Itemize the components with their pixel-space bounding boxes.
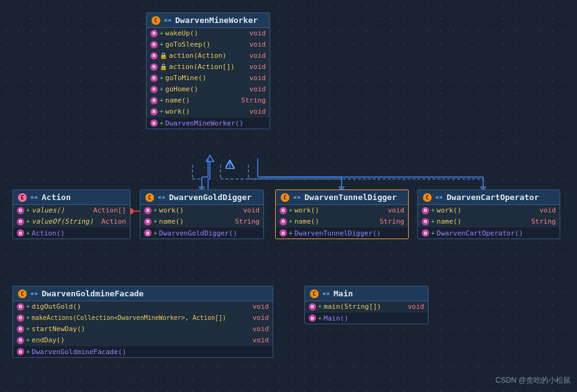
method-type: String — [531, 217, 556, 226]
method-icon: m — [150, 41, 158, 48]
method-icon: m — [150, 97, 158, 104]
method-row: m + goHome() void — [147, 84, 270, 95]
method-row: m + valueOf(String) Action — [13, 216, 130, 227]
method-row: m + startNewDay() void — [13, 324, 273, 335]
class-title-dwarven-tunnel-digger: C «» DwarvenTunnelDigger — [276, 190, 408, 205]
method-icon: m — [422, 229, 429, 237]
method-type: Action — [101, 217, 126, 226]
constructor-row: m + DwarvenCartOperator() — [418, 227, 560, 239]
method-name: digOutGold() — [32, 303, 250, 311]
method-row: m + work() void — [140, 205, 263, 216]
method-row: m 🔒 action(Action[]) void — [147, 62, 270, 73]
class-title-dwarven-cart-operator: C «» DwarvenCartOperator — [418, 190, 560, 205]
method-name: goHome() — [165, 85, 247, 93]
method-icon: m — [144, 229, 152, 237]
class-title-dwarven-goldmine-facade: C «» DwarvenGoldmineFacade — [13, 286, 273, 301]
class-title-dwarven-mine-worker: C «» DwarvenMineWorker — [147, 13, 270, 28]
method-icon: m — [150, 86, 158, 93]
method-icon: m — [17, 314, 24, 322]
constructor-row: m + Main() — [305, 312, 428, 324]
method-row: m + main(String[]) void — [305, 301, 428, 312]
method-row: m + work() void — [147, 106, 270, 117]
method-type: void — [253, 314, 270, 322]
class-name: DwarvenMineWorker — [175, 16, 258, 25]
method-icon: m — [150, 108, 158, 116]
method-type: void — [253, 303, 270, 311]
method-name: work() — [165, 107, 247, 116]
method-name: name() — [437, 217, 529, 226]
method-name: values() — [32, 206, 91, 214]
class-name: DwarvenGoldmineFacade — [42, 289, 143, 298]
stereotype-label: «» — [293, 194, 301, 201]
class-icon-c: C — [18, 289, 27, 298]
constructor-row: m + DwarvenMineWorker() — [147, 117, 270, 129]
method-row: m + endDay() void — [13, 335, 273, 346]
class-icon-c: C — [423, 193, 432, 202]
method-row: m + work() void — [276, 205, 408, 216]
method-type: void — [250, 63, 266, 71]
stereotype-label: «» — [158, 194, 165, 201]
class-dwarven-goldmine-facade: C «» DwarvenGoldmineFacade m + digOutGol… — [12, 286, 273, 358]
constructor-row: m + DwarvenGoldDigger() — [140, 227, 263, 239]
method-name: endDay() — [32, 336, 250, 344]
method-type: void — [243, 206, 260, 214]
constructor-name: DwarvenTunnelDigger() — [294, 229, 381, 237]
method-row: m + name() String — [147, 95, 270, 106]
method-name: goToMine() — [165, 74, 247, 82]
constructor-name: DwarvenCartOperator() — [437, 229, 523, 237]
class-name: DwarvenGoldDigger — [169, 193, 252, 202]
stereotype-label: «» — [30, 194, 38, 201]
method-name: valueOf(String) — [32, 217, 99, 226]
method-icon: m — [17, 207, 24, 214]
method-name: name() — [159, 217, 233, 226]
constructor-name: DwarvenMineWorker() — [165, 119, 243, 127]
class-name: Action — [42, 193, 71, 202]
class-icon-c: C — [152, 16, 160, 25]
stereotype-label: «» — [30, 290, 38, 297]
class-icon-c: C — [310, 289, 319, 298]
constructor-name: Main() — [324, 314, 348, 322]
method-row: m 🔒 action(Action) void — [147, 50, 270, 62]
constructor-name: DwarvenGoldmineFacade() — [32, 348, 126, 356]
method-name: name() — [294, 217, 378, 226]
class-dwarven-gold-digger: C «» DwarvenGoldDigger m + work() void m… — [140, 189, 264, 239]
method-icon: m — [150, 63, 158, 71]
method-row: m + digOutGold() void — [13, 301, 273, 312]
stereotype-label: «» — [435, 194, 443, 201]
stereotype-label: «» — [322, 290, 330, 297]
method-row: m + goToMine() void — [147, 73, 270, 84]
method-row: m + name() String — [276, 216, 408, 227]
class-dwarven-mine-worker: C «» DwarvenMineWorker m + wakeUp() void… — [146, 12, 270, 129]
method-name: name() — [165, 96, 239, 104]
constructor-name: DwarvenGoldDigger() — [159, 229, 237, 237]
method-name: action(Action[]) — [169, 63, 248, 71]
method-icon: m — [17, 218, 24, 226]
method-icon: m — [17, 337, 24, 344]
method-icon: m — [279, 218, 287, 226]
class-title-dwarven-gold-digger: C «» DwarvenGoldDigger — [140, 190, 263, 205]
method-icon: m — [150, 119, 158, 127]
method-row: m + work() void — [418, 205, 560, 216]
class-main: C «» Main m + main(String[]) void m + Ma… — [304, 286, 429, 324]
constructor-row: m + DwarvenTunnelDigger() — [276, 227, 408, 239]
method-icon: m — [279, 229, 287, 237]
method-type: Action[] — [93, 206, 126, 214]
method-icon: m — [309, 314, 316, 322]
class-dwarven-tunnel-digger: C «» DwarvenTunnelDigger m + work() void… — [275, 189, 409, 239]
class-title-main: C «» Main — [305, 286, 428, 301]
stereotype-label: «» — [164, 17, 171, 24]
method-name: work() — [294, 206, 386, 214]
method-row: m + makeActions(Collection<DwarvenMineWo… — [13, 312, 273, 324]
class-dwarven-cart-operator: C «» DwarvenCartOperator m + work() void… — [417, 189, 560, 239]
method-type: String — [241, 96, 266, 104]
method-row: m + name() String — [418, 216, 560, 227]
method-icon: m — [17, 326, 24, 333]
method-icon: m — [17, 348, 24, 355]
method-type: void — [250, 107, 266, 116]
class-action: E «» Action m + values() Action[] m + va… — [12, 189, 130, 239]
method-row: m + values() Action[] — [13, 205, 130, 216]
method-name: work() — [159, 206, 241, 214]
method-name: makeActions(Collection<DwarvenMineWorker… — [32, 314, 250, 321]
method-type: void — [253, 336, 270, 344]
method-type: void — [250, 40, 266, 48]
